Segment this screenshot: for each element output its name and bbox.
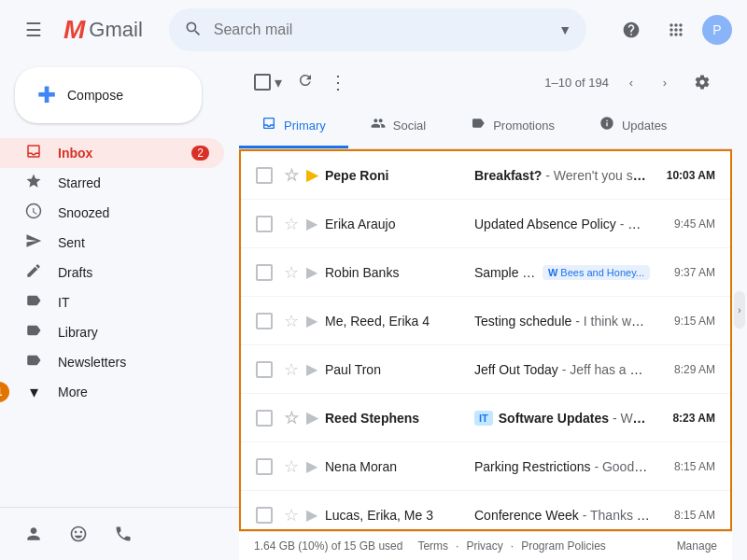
email-row[interactable]: ☆ ▶ Robin Banks Sample Research Report -… bbox=[241, 248, 730, 297]
footer-links: Terms · Privacy · Program Policies bbox=[417, 539, 605, 553]
email-checkbox[interactable] bbox=[256, 458, 273, 475]
email-subject: Parking Restrictions - Good mor... bbox=[474, 459, 650, 474]
storage-text: 1.64 GB (10%) of 15 GB used bbox=[254, 539, 402, 553]
avatar[interactable]: P bbox=[702, 15, 732, 45]
tab-primary[interactable]: Primary bbox=[239, 105, 348, 148]
important-icon[interactable]: ▶ bbox=[306, 215, 317, 232]
star-icon[interactable]: ☆ bbox=[284, 408, 299, 428]
apps-button[interactable] bbox=[657, 11, 695, 49]
sidebar-item-sent[interactable]: Sent bbox=[0, 228, 224, 258]
star-icon[interactable]: ☆ bbox=[284, 311, 299, 331]
add-account-button[interactable] bbox=[15, 515, 52, 553]
email-checkbox[interactable] bbox=[256, 216, 273, 232]
email-row[interactable]: ☆ ▶ Me, Reed, Erika 4 Testing schedule -… bbox=[241, 297, 730, 345]
it-icon bbox=[24, 292, 43, 314]
tab-updates[interactable]: Updates bbox=[577, 105, 689, 148]
sidebar-item-snoozed[interactable]: Snoozed bbox=[0, 198, 224, 228]
email-sender: Nena Moran bbox=[325, 459, 474, 474]
sidebar-item-inbox[interactable]: Inbox 2 bbox=[0, 138, 224, 168]
sidebar-item-library[interactable]: Library bbox=[0, 317, 224, 347]
sidebar-item-starred-label: Starred bbox=[58, 175, 209, 190]
inbox-icon bbox=[24, 143, 43, 164]
sidebar-item-library-label: Library bbox=[58, 325, 209, 340]
program-policies-link[interactable]: Program Policies bbox=[521, 539, 606, 553]
email-preview: - Good... bbox=[616, 217, 650, 231]
star-icon[interactable]: ☆ bbox=[284, 359, 299, 380]
gmail-logo-m: M bbox=[63, 15, 85, 45]
email-checkbox[interactable] bbox=[256, 167, 273, 184]
help-button[interactable] bbox=[613, 11, 650, 49]
select-dropdown-icon[interactable]: ▾ bbox=[275, 74, 282, 91]
settings-button[interactable] bbox=[687, 67, 717, 97]
email-row[interactable]: ☆ ▶ Paul Tron Jeff Out Today - Jeff has … bbox=[241, 345, 730, 394]
email-row[interactable]: ☆ ▶ Reed Stephens IT Software Updates - … bbox=[241, 394, 730, 442]
email-checkbox[interactable] bbox=[256, 410, 273, 427]
privacy-link[interactable]: Privacy bbox=[466, 539, 502, 553]
star-icon[interactable]: ☆ bbox=[284, 214, 299, 234]
email-row[interactable]: ☆ ▶ Nena Moran Parking Restrictions - Go… bbox=[241, 442, 730, 491]
tab-social[interactable]: Social bbox=[348, 105, 448, 148]
email-preview: - Weren't you sup... bbox=[542, 168, 650, 183]
email-time: 8:15 AM bbox=[650, 460, 715, 473]
email-subject: Updated Absence Policy - Good... bbox=[474, 217, 650, 231]
email-preview: - I think we ha... bbox=[571, 314, 650, 329]
search-input[interactable] bbox=[214, 21, 558, 38]
manage-link[interactable]: Manage bbox=[677, 539, 717, 553]
star-icon[interactable]: ☆ bbox=[284, 505, 299, 525]
drafts-icon bbox=[24, 262, 43, 284]
important-icon[interactable]: ▶ bbox=[306, 263, 317, 281]
phone-button[interactable] bbox=[105, 515, 142, 553]
menu-button[interactable]: ☰ bbox=[15, 11, 52, 49]
star-icon[interactable]: ☆ bbox=[284, 456, 299, 477]
sidebar-item-more[interactable]: 1 ▾ More bbox=[0, 377, 224, 407]
starred-icon bbox=[24, 173, 43, 194]
sidebar-item-it[interactable]: IT bbox=[0, 287, 224, 317]
compose-plus-icon: ✚ bbox=[37, 82, 56, 108]
search-dropdown-icon[interactable]: ▼ bbox=[558, 22, 571, 37]
sidebar-item-drafts[interactable]: Drafts bbox=[0, 258, 224, 287]
email-row[interactable]: ☆ ▶ Lucas, Erika, Me 3 Conference Week -… bbox=[241, 491, 730, 531]
toolbar-left: ▾ ⋮ bbox=[254, 71, 347, 93]
email-row[interactable]: ☆ ▶ Erika Araujo Updated Absence Policy … bbox=[241, 200, 730, 248]
select-all-checkbox[interactable] bbox=[254, 74, 271, 91]
right-panel-handle[interactable]: › bbox=[732, 60, 747, 560]
star-icon[interactable]: ☆ bbox=[284, 262, 299, 283]
email-row[interactable]: ☆ ▶ Pepe Roni Breakfast? - Weren't you s… bbox=[241, 151, 730, 200]
important-icon[interactable]: ▶ bbox=[306, 409, 317, 427]
promotions-tab-icon bbox=[471, 116, 486, 134]
important-icon[interactable]: ▶ bbox=[306, 360, 317, 378]
email-checkbox[interactable] bbox=[256, 507, 273, 524]
tab-promotions-label: Promotions bbox=[493, 119, 555, 133]
email-subject: Software Updates - We're go... bbox=[499, 411, 650, 426]
email-time: 9:15 AM bbox=[650, 315, 715, 328]
email-list: ☆ ▶ Pepe Roni Breakfast? - Weren't you s… bbox=[239, 149, 732, 531]
updates-tab-icon bbox=[599, 116, 614, 134]
star-icon[interactable]: ☆ bbox=[284, 165, 299, 186]
sidebar-item-inbox-label: Inbox bbox=[58, 146, 191, 161]
email-time: 8:23 AM bbox=[650, 412, 715, 425]
tab-social-label: Social bbox=[393, 119, 426, 133]
terms-link[interactable]: Terms bbox=[417, 539, 448, 553]
important-icon[interactable]: ▶ bbox=[306, 457, 317, 475]
email-checkbox[interactable] bbox=[256, 361, 273, 378]
emoji-button[interactable] bbox=[60, 515, 97, 553]
refresh-button[interactable] bbox=[297, 72, 314, 92]
email-toolbar: ▾ ⋮ 1–10 of 194 ‹ › bbox=[239, 60, 732, 105]
important-icon[interactable]: ▶ bbox=[306, 506, 317, 524]
prev-page-button[interactable]: ‹ bbox=[616, 67, 646, 97]
next-page-button[interactable]: › bbox=[650, 67, 680, 97]
sidebar-item-it-label: IT bbox=[58, 295, 209, 310]
tab-promotions[interactable]: Promotions bbox=[448, 105, 577, 148]
toolbar-nav: ‹ › bbox=[616, 67, 680, 97]
important-icon[interactable]: ▶ bbox=[306, 166, 317, 184]
email-content: Parking Restrictions - Good mor... bbox=[474, 459, 650, 474]
sidebar-item-starred[interactable]: Starred bbox=[0, 168, 224, 198]
email-checkbox[interactable] bbox=[256, 264, 273, 281]
important-icon[interactable]: ▶ bbox=[306, 312, 317, 329]
more-options-button[interactable]: ⋮ bbox=[329, 71, 347, 93]
search-bar[interactable]: ▼ bbox=[169, 8, 586, 51]
sidebar-item-newsletters[interactable]: Newsletters bbox=[0, 347, 224, 377]
search-icon bbox=[184, 20, 203, 41]
email-checkbox[interactable] bbox=[256, 313, 273, 329]
compose-button[interactable]: ✚ Compose bbox=[15, 67, 202, 123]
